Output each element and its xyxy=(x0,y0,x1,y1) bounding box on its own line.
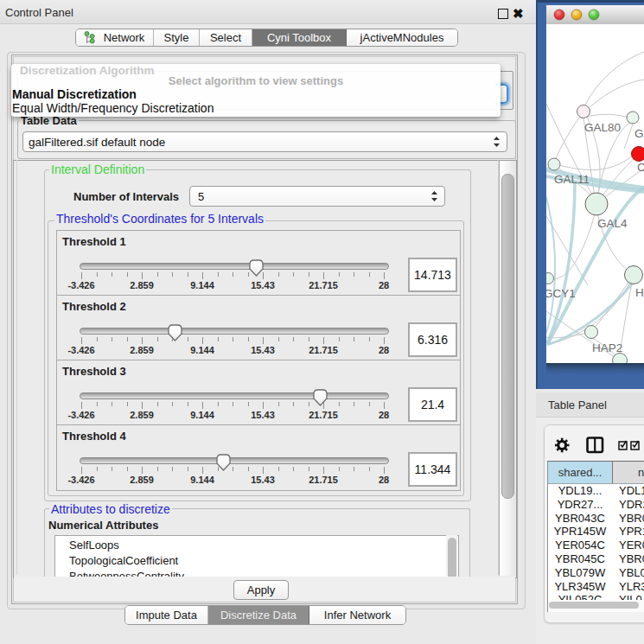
svg-text:G: G xyxy=(634,127,644,140)
svg-text:GCY1: GCY1 xyxy=(544,287,576,300)
svg-text:HAP2: HAP2 xyxy=(592,341,622,354)
svg-text:H: H xyxy=(635,286,644,299)
svg-text:GAL4: GAL4 xyxy=(597,217,628,230)
svg-text:C: C xyxy=(637,161,644,174)
svg-text:GAL11: GAL11 xyxy=(554,173,590,186)
svg-text:GAL80: GAL80 xyxy=(584,121,621,134)
